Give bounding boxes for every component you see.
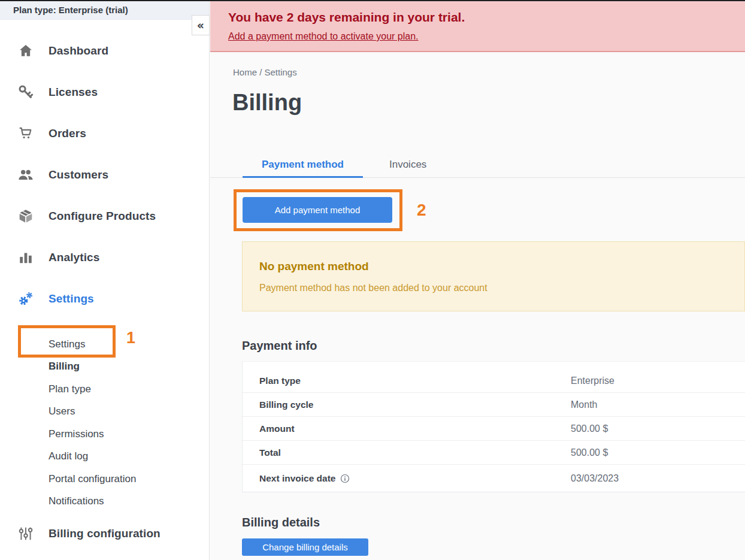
row-value: 500.00 $ xyxy=(571,447,608,458)
sidebar-subitem-users[interactable]: Users xyxy=(0,401,209,423)
sidebar-item-label: Customers xyxy=(49,168,108,181)
sidebar-item-configure-products[interactable]: Configure Products xyxy=(0,209,209,223)
gears-icon xyxy=(17,291,34,307)
trial-banner-link[interactable]: Add a payment method to activate your pl… xyxy=(228,31,419,43)
sidebar: Plan type: Enterprise (trial) « Dashboar… xyxy=(0,1,210,560)
sidebar-item-billing-configuration[interactable]: Billing configuration xyxy=(0,523,209,544)
collapse-chevrons-icon: « xyxy=(197,19,204,32)
cube-icon xyxy=(17,208,34,224)
bar-chart-icon xyxy=(17,250,34,265)
row-label: Total xyxy=(259,447,571,458)
sidebar-item-label: Settings xyxy=(49,292,94,305)
sidebar-item-settings[interactable]: Settings xyxy=(0,292,209,306)
payment-info-heading: Payment info xyxy=(242,338,745,353)
tab-invoices[interactable]: Invoices xyxy=(370,152,446,177)
row-value: Enterprise xyxy=(571,376,614,386)
row-label: Billing cycle xyxy=(259,399,571,410)
annotation-box-2: Add payment method xyxy=(234,189,402,231)
change-billing-details-button[interactable]: Change billing details xyxy=(242,538,368,556)
key-icon xyxy=(17,84,34,100)
trial-banner: You have 2 days remaining in your trial.… xyxy=(210,1,745,52)
breadcrumb[interactable]: Home / Settings xyxy=(233,67,745,77)
sidebar-item-licenses[interactable]: Licenses xyxy=(0,85,209,99)
sidebar-nav: Dashboard Licenses Orders Customers xyxy=(0,20,209,544)
payment-info-table: Plan type Enterprise Billing cycle Month… xyxy=(242,361,745,492)
sidebar-item-label: Orders xyxy=(49,127,86,140)
sidebar-subitem-notifications[interactable]: Notifications xyxy=(0,491,209,513)
sidebar-item-label: Configure Products xyxy=(49,210,156,223)
row-label: Next invoice date xyxy=(259,473,571,484)
row-label: Amount xyxy=(259,423,571,434)
sidebar-item-customers[interactable]: Customers xyxy=(0,168,209,182)
billing-details-heading: Billing details xyxy=(242,515,745,530)
no-payment-method-alert: No payment method Payment method has not… xyxy=(242,241,745,311)
add-payment-row: Add payment method 2 xyxy=(234,189,745,231)
window-top-edge xyxy=(0,0,745,1)
table-row: Next invoice date 03/03/2023 xyxy=(243,465,745,492)
sidebar-item-dashboard[interactable]: Dashboard xyxy=(0,44,209,58)
table-row: Billing cycle Month xyxy=(243,393,745,417)
trial-banner-title: You have 2 days remaining in your trial. xyxy=(228,10,733,25)
sidebar-collapse-button[interactable]: « xyxy=(192,15,210,35)
tab-bar: Payment method Invoices xyxy=(210,152,745,178)
sidebar-item-label: Billing configuration xyxy=(49,527,160,540)
plan-type-label: Plan type: Enterprise (trial) xyxy=(13,5,128,15)
sidebar-item-label: Analytics xyxy=(49,251,99,264)
add-payment-method-button[interactable]: Add payment method xyxy=(243,197,392,223)
sidebar-subitem-portal-configuration[interactable]: Portal configuration xyxy=(0,468,209,491)
table-row: Amount 500.00 $ xyxy=(243,417,745,441)
sidebar-subitem-billing[interactable]: Billing xyxy=(0,356,209,379)
sidebar-item-analytics[interactable]: Analytics xyxy=(0,250,209,265)
page-title: Billing xyxy=(232,89,745,117)
info-icon[interactable] xyxy=(340,474,350,483)
annotation-step-2: 2 xyxy=(417,201,426,220)
row-label: Plan type xyxy=(259,376,571,386)
row-value: Month xyxy=(571,399,597,410)
sidebar-subitem-audit-log[interactable]: Audit log xyxy=(0,446,209,468)
users-icon xyxy=(17,167,34,183)
main-content: Home / Settings Billing Payment method I… xyxy=(210,53,745,560)
cart-icon xyxy=(17,126,34,141)
sidebar-subitem-plan-type[interactable]: Plan type xyxy=(0,378,209,401)
sliders-icon xyxy=(17,526,34,541)
row-label-text: Next invoice date xyxy=(259,473,336,484)
alert-body: Payment method has not been added to you… xyxy=(259,281,728,294)
table-row: Plan type Enterprise xyxy=(243,369,745,393)
settings-submenu: Settings Billing Plan type Users Permiss… xyxy=(0,333,209,513)
sidebar-item-label: Licenses xyxy=(49,86,98,99)
sidebar-subitem-settings[interactable]: Settings xyxy=(0,333,209,356)
row-value: 03/03/2023 xyxy=(571,473,619,484)
sidebar-item-orders[interactable]: Orders xyxy=(0,126,209,141)
row-value: 500.00 $ xyxy=(571,423,608,434)
alert-title: No payment method xyxy=(259,259,728,274)
table-row: Total 500.00 $ xyxy=(243,441,745,465)
home-icon xyxy=(17,43,34,59)
app-window: Plan type: Enterprise (trial) « Dashboar… xyxy=(0,0,745,560)
plan-type-bar: Plan type: Enterprise (trial) xyxy=(0,1,209,20)
tab-payment-method[interactable]: Payment method xyxy=(243,152,363,177)
sidebar-item-label: Dashboard xyxy=(49,44,108,57)
sidebar-subitem-permissions[interactable]: Permissions xyxy=(0,423,209,446)
